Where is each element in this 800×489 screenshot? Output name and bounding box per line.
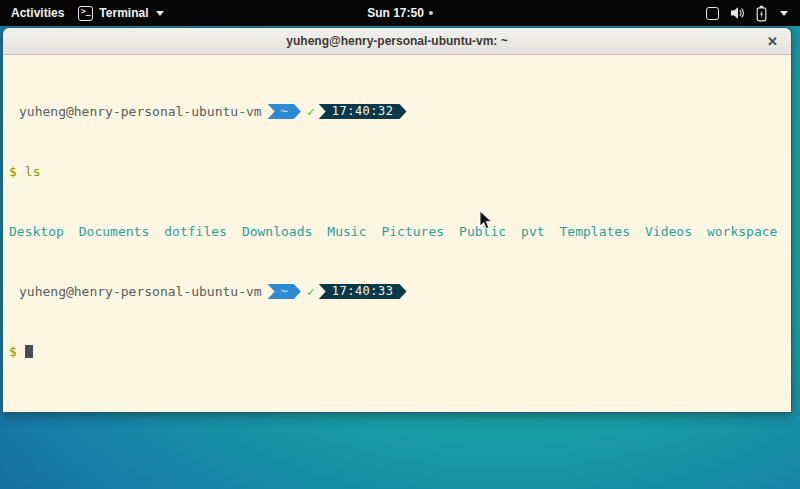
directory-entry: workspace	[707, 224, 777, 239]
terminal-window: yuheng@henry-personal-ubuntu-vm: ~ ✕ yuh…	[2, 27, 792, 413]
window-titlebar[interactable]: yuheng@henry-personal-ubuntu-vm: ~ ✕	[3, 28, 791, 55]
ls-output-line: Desktop Documents dotfiles Downloads Mus…	[9, 224, 787, 239]
directory-entry: Downloads	[242, 224, 312, 239]
app-menu-terminal[interactable]: >_ Terminal	[78, 6, 164, 21]
directory-entry: Videos	[645, 224, 692, 239]
clock-label[interactable]: Sun 17:50	[367, 6, 424, 20]
command-line: $	[9, 344, 787, 359]
user-host-label: yuheng@henry-personal-ubuntu-vm	[19, 104, 262, 119]
volume-icon	[730, 6, 745, 20]
window-title: yuheng@henry-personal-ubuntu-vm: ~	[286, 34, 507, 48]
directory-entry: pvt	[521, 224, 544, 239]
text-cursor	[25, 345, 33, 358]
app-menu-label: Terminal	[99, 6, 148, 20]
activities-button[interactable]: Activities	[11, 6, 64, 20]
status-check-icon: ✓	[307, 104, 315, 119]
terminal-app-icon: >_	[78, 6, 93, 21]
notification-dot-icon	[429, 11, 433, 15]
typed-command: ls	[25, 164, 41, 179]
battery-charging-icon	[756, 5, 767, 22]
directory-entry: Desktop	[9, 224, 64, 239]
prompt-line: yuheng@henry-personal-ubuntu-vm ~ ✓ 17:4…	[9, 104, 787, 119]
directory-entry: Public	[459, 224, 506, 239]
chevron-down-icon	[156, 11, 164, 16]
system-status-area[interactable]	[706, 5, 800, 22]
gnome-top-bar: Activities >_ Terminal Sun 17:50	[0, 0, 800, 26]
prompt-symbol: $	[9, 164, 17, 179]
time-segment: 17:40:32	[319, 104, 407, 119]
terminal-content[interactable]: yuheng@henry-personal-ubuntu-vm ~ ✓ 17:4…	[3, 55, 791, 413]
directory-entry: Pictures	[381, 224, 444, 239]
directory-entry: Documents	[79, 224, 149, 239]
directory-entry: dotfiles	[164, 224, 227, 239]
directory-entry: Music	[327, 224, 366, 239]
user-host-label: yuheng@henry-personal-ubuntu-vm	[19, 284, 262, 299]
prompt-symbol: $	[9, 344, 17, 359]
status-check-icon: ✓	[307, 284, 315, 299]
time-segment: 17:40:33	[319, 284, 407, 299]
directory-entry: Templates	[560, 224, 630, 239]
cwd-segment: ~	[268, 104, 301, 119]
display-icon	[706, 7, 719, 20]
chevron-down-icon	[780, 11, 788, 16]
prompt-line: yuheng@henry-personal-ubuntu-vm ~ ✓ 17:4…	[9, 284, 787, 299]
cwd-segment: ~	[268, 284, 301, 299]
command-line: $ ls	[9, 164, 787, 179]
close-icon[interactable]: ✕	[767, 35, 778, 48]
